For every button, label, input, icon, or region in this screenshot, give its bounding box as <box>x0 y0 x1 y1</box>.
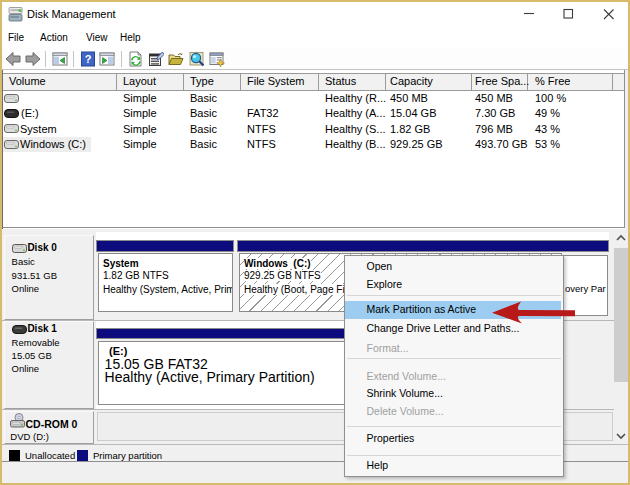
svg-text:?: ? <box>85 53 92 65</box>
